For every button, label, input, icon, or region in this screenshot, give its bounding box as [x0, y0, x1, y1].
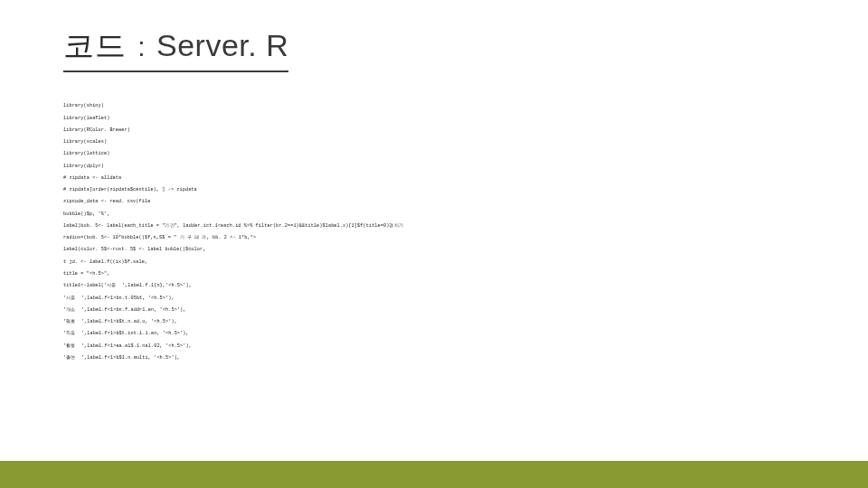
code-line: title1<-label('서울 ',label.f.1{n},'<h.5>'…: [63, 283, 192, 288]
code-line: '출연 ',label.f<1>b$1.n.multi, '<h.5>'),: [63, 355, 180, 361]
code-line: label(color. 5$<-rust. 5$ <- label buble…: [63, 247, 205, 252]
code-listing: library(shiny) library(leaflet) library(…: [63, 89, 805, 376]
code-line: library(lattice): [63, 151, 109, 156]
code-line: '평로 ',label.f<1>b$t.n.ad.u, '<h.5>'),: [63, 319, 177, 324]
code-line: library(leaflet): [63, 116, 109, 121]
code-line: t jd. <- label.f((ix)$f.sale,: [63, 259, 147, 265]
code-line: library(scales): [63, 139, 107, 145]
code-line: # zipdata[order(zipdata$centile), ] -> z…: [63, 187, 197, 192]
code-line: library(shiny): [63, 103, 104, 108]
code-line: label)bub. 5<- label(each_title = "기간", …: [63, 223, 403, 229]
code-line: bubble()$p, '%',: [63, 211, 109, 217]
title-separator: :: [130, 32, 153, 61]
code-line: '서울 ',label.f<1>bn.t.05bt, '<h.5>'),: [63, 296, 175, 301]
footer-accent-bar: [0, 461, 868, 488]
code-line: # zipdata <- alldata: [63, 175, 121, 181]
code-line: '활동 ',label.f<1>ea.a1$.1.nal.02, '<h.5>'…: [63, 343, 192, 349]
code-line: '직을 ',label.f<1>b$t.int.1.1.en, '<h.5>')…: [63, 331, 189, 336]
title-english: Server. R: [156, 28, 288, 62]
code-line: radius=(bub. 5<- 10*bubble()$f,n,S$ = " …: [63, 235, 256, 240]
code-line: '개소 ',label.f<1>bn.f.addr1.en, '<h.5>'),: [63, 307, 186, 313]
title-underline-wrap: 코드 : Server. R: [63, 25, 288, 72]
code-line: zipcode_data <- read. csv(file: [63, 199, 150, 204]
slide-container: 코드 : Server. R library(shiny) library(le…: [0, 0, 868, 488]
code-line: title = "<h.5>",: [63, 271, 109, 277]
code-line: library(RColor. Brewer): [63, 127, 130, 133]
code-line: library(dplyr): [63, 164, 104, 169]
title-korean: 코드: [63, 28, 127, 62]
